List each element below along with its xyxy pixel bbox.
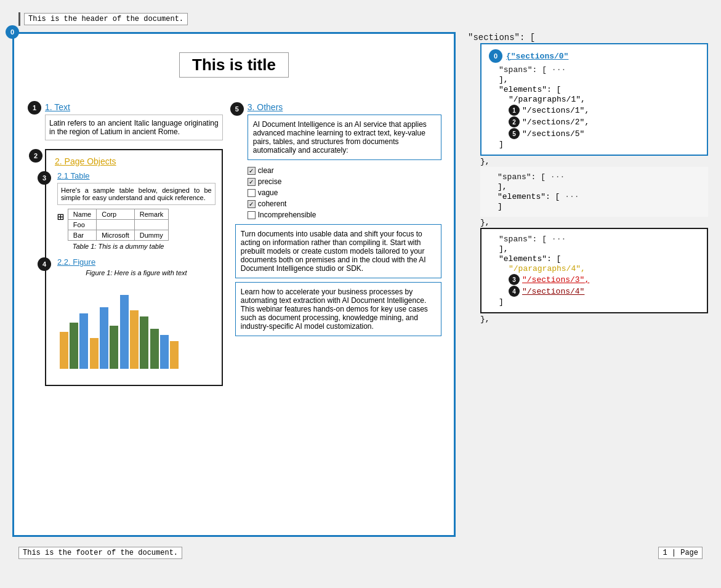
check-clear-label: clear — [258, 166, 274, 175]
doc-title: This is title — [179, 52, 289, 78]
doc-col-right: 5 3. Others AI Document Intelligence is … — [229, 102, 441, 386]
chart-bar — [70, 323, 78, 369]
checkbox-precise: ✓ — [248, 178, 256, 186]
chart-bar — [79, 313, 88, 369]
chart-bar — [130, 310, 139, 369]
cell-foo: Foo — [68, 220, 96, 230]
checklist: ✓ clear ✓ precise vague ✓ — [248, 166, 441, 219]
checkbox-vague — [248, 189, 256, 197]
json-spans-label: "spans": [ ··· — [489, 65, 699, 75]
figure-caption: Figure 1: Here is a figure with text — [57, 269, 215, 276]
page-wrapper: This is the header of the document. 0 Th… — [12, 12, 709, 563]
json-dark-elements-close: ] — [489, 297, 699, 307]
subsection-figure: 4 2.2. Figure Figure 1: Here is a figure… — [55, 257, 215, 371]
json-badge-4: 4 — [509, 286, 520, 297]
doc-columns: 1 1. Text Latin refers to an ancient Ita… — [26, 102, 441, 386]
chart-bar — [90, 338, 99, 369]
chart-group — [120, 295, 148, 369]
json-plain-spans-close: ], — [488, 182, 701, 191]
chart-group — [150, 329, 179, 369]
check-incomprehensible-label: Incomprehensible — [258, 211, 316, 219]
json-elements-label: "elements": [ — [489, 85, 699, 94]
footer-row: This is the footer of the document. 1 | … — [12, 543, 709, 563]
section1: 1 1. Text Latin refers to an ancient Ita… — [45, 102, 223, 140]
chart-group — [60, 313, 88, 369]
col-name: Name — [68, 209, 96, 220]
sub-heading-figure: 2.2. Figure — [57, 257, 215, 267]
cell-bar-corp: Microsoft — [97, 230, 135, 241]
json-dark-path-paragraphs4: "/paragraphs/4", — [489, 264, 699, 273]
check-coherent-label: coherent — [258, 199, 287, 208]
table-caption: Table 1: This is a dummy table — [68, 243, 169, 250]
json-section-plain: "spans": [ ··· ], "elements": [ ··· ] — [480, 167, 708, 217]
chart-bar — [160, 335, 169, 369]
json-root-label: "sections": [ — [468, 33, 708, 42]
json-path-paragraphs1: "/paragraphs/1", — [489, 95, 699, 104]
cell-bar: Bar — [68, 230, 96, 241]
chart-group — [90, 307, 118, 369]
section2-badge: 2 — [29, 149, 42, 163]
json-badge-0: 0 — [489, 49, 502, 63]
others-heading: 3. Others — [248, 102, 441, 112]
chart-bar — [150, 329, 159, 369]
chart-area — [57, 279, 215, 371]
doc-badge: 0 — [6, 25, 19, 39]
header-text: This is the header of the document. — [24, 13, 188, 25]
json-section0-box: 0 {"sections/0" "spans": [ ··· ], "eleme… — [480, 43, 708, 156]
chart-bar — [110, 326, 118, 369]
doc-page: 0 This is title 1 1. Text Latin refers t… — [12, 32, 456, 537]
json-path-sections5: "/sections/5" — [522, 129, 584, 139]
json-section-dark-wrapper: "spans": [ ··· ], "elements": [ "/paragr… — [480, 228, 708, 324]
others-intro: AI Document Intelligence is an AI servic… — [248, 115, 441, 160]
header-bar: This is the header of the document. — [12, 12, 709, 26]
cell-foo-corp — [97, 220, 135, 230]
json-close3: }, — [480, 315, 708, 324]
subsection-table: 3 2.1 Table Here's a sample table below,… — [55, 171, 215, 250]
table-container: Name Corp Remark Foo — [68, 209, 169, 250]
table-row-1: Foo — [68, 220, 168, 230]
text-block-1: Turn documents into usable data and shif… — [235, 224, 441, 278]
check-precise: ✓ precise — [248, 177, 441, 186]
json-dark-path-sections3-row: 3 "/sections/3", — [489, 274, 699, 285]
check-clear: ✓ clear — [248, 166, 441, 175]
json-close1: }, — [480, 157, 708, 166]
json-section0-header: 0 {"sections/0" — [489, 49, 699, 63]
text-block-2-para1: Learn how to accelerate your business pr… — [241, 288, 436, 331]
section3-others: 5 3. Others AI Document Intelligence is … — [248, 102, 441, 160]
json-section-plain-wrapper: "spans": [ ··· ], "elements": [ ··· ] }, — [480, 167, 708, 227]
doc-col-left: 1 1. Text Latin refers to an ancient Ita… — [26, 102, 223, 386]
sub-body-table: Here's a sample table below, designed to… — [57, 183, 215, 205]
json-plain-elements: "elements": [ ··· — [488, 192, 701, 201]
json-close2: }, — [480, 218, 708, 227]
json-dark-path-sections4: "/sections/4" — [522, 287, 584, 296]
check-precise-label: precise — [258, 177, 282, 186]
cell-foo-remark — [134, 220, 169, 230]
section1-heading: 1. Text — [45, 102, 223, 112]
json-path-sections2: "/sections/2", — [522, 118, 589, 127]
json-section0-wrapper: 0 {"sections/0" "spans": [ ··· ], "eleme… — [480, 43, 708, 166]
footer-page: 1 | Page — [658, 547, 703, 559]
json-link-sections0: {"sections/0" — [506, 52, 568, 61]
chart-bar — [140, 316, 148, 369]
section2-heading: 2. Page Objects — [55, 156, 215, 166]
table-row-header: Name Corp Remark — [68, 209, 168, 220]
checkbox-clear: ✓ — [248, 167, 256, 175]
json-plain-spans: "spans": [ ··· — [488, 172, 701, 182]
chart-bar — [170, 341, 179, 369]
table-row-2: Bar Microsoft Dummy — [68, 230, 168, 241]
chart-bar — [60, 332, 68, 369]
json-badge-5: 5 — [509, 128, 520, 139]
json-badge-3: 3 — [509, 274, 520, 285]
doc-title-wrap: This is title — [26, 46, 441, 90]
json-path-sections1-row: 1 "/sections/1", — [489, 105, 699, 116]
section3-badge: 3 — [38, 171, 51, 185]
json-spans-close: ], — [489, 75, 699, 84]
check-vague-label: vague — [258, 188, 278, 197]
text-block-2: Learn how to accelerate your business pr… — [235, 282, 441, 336]
checkbox-coherent: ✓ — [248, 200, 256, 208]
json-dark-elements: "elements": [ — [489, 254, 699, 264]
json-path-sections5-row: 5 "/sections/5" — [489, 128, 699, 139]
json-path-sections1: "/sections/1", — [522, 106, 589, 115]
section4-badge: 4 — [38, 257, 51, 271]
json-section-dark: "spans": [ ··· ], "elements": [ "/paragr… — [480, 228, 708, 313]
